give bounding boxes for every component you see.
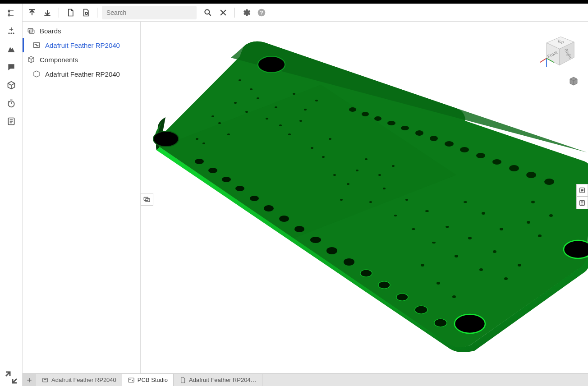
feature-tree-icon[interactable] <box>3 6 19 20</box>
checklist-icon[interactable] <box>3 115 19 128</box>
svg-point-48 <box>387 121 395 125</box>
pcb-studio-icon <box>128 377 135 384</box>
svg-point-86 <box>468 237 472 239</box>
sketch-icon[interactable] <box>3 42 19 56</box>
svg-point-107 <box>500 228 503 230</box>
tree-label: Adafruit Feather RP2040 <box>45 70 120 78</box>
3d-viewport[interactable]: Front Right Top <box>141 22 588 373</box>
close-icon[interactable] <box>216 6 230 19</box>
svg-point-77 <box>369 201 372 203</box>
svg-point-46 <box>362 112 369 116</box>
tree-section-boards[interactable]: Boards <box>23 23 140 38</box>
view-cube[interactable]: Front Right Top <box>538 31 579 71</box>
svg-point-34 <box>344 258 354 266</box>
svg-point-124 <box>132 380 133 381</box>
svg-point-71 <box>322 156 325 158</box>
svg-point-96 <box>250 88 253 90</box>
svg-point-54 <box>476 153 485 158</box>
svg-point-83 <box>432 242 436 244</box>
right-panel-button-1[interactable] <box>576 184 588 197</box>
svg-point-105 <box>464 201 467 203</box>
svg-point-64 <box>257 97 259 99</box>
svg-point-98 <box>275 106 277 108</box>
svg-point-63 <box>245 111 248 113</box>
svg-point-65 <box>196 138 198 140</box>
svg-point-74 <box>347 183 349 185</box>
svg-point-103 <box>378 174 381 176</box>
svg-point-102 <box>365 158 368 160</box>
svg-point-92 <box>538 234 542 237</box>
help-icon[interactable]: ? <box>255 6 268 19</box>
package-icon[interactable] <box>3 78 19 92</box>
svg-point-78 <box>383 188 386 189</box>
add-feature-icon[interactable] <box>3 24 19 38</box>
svg-point-0 <box>8 10 9 11</box>
svg-point-7 <box>85 12 87 14</box>
svg-point-55 <box>492 159 501 165</box>
svg-point-53 <box>460 147 469 152</box>
svg-point-106 <box>482 212 485 215</box>
svg-point-45 <box>349 107 356 112</box>
upload-icon[interactable] <box>25 6 39 19</box>
tree-section-components[interactable]: Components <box>23 52 140 67</box>
tree-label: Boards <box>40 27 61 35</box>
svg-point-109 <box>436 282 440 285</box>
svg-point-61 <box>234 102 237 104</box>
svg-line-112 <box>540 58 547 62</box>
document-settings-icon[interactable] <box>79 6 92 19</box>
svg-point-59 <box>211 115 214 117</box>
svg-point-58 <box>544 179 554 185</box>
tab-item-active[interactable]: PCB Studio <box>122 373 174 386</box>
svg-point-82 <box>425 210 429 212</box>
gear-icon[interactable] <box>239 6 253 19</box>
svg-point-51 <box>430 136 438 141</box>
bottom-tab-bar: Adafruit Feather RP2040 PCB Studio Adafr… <box>23 373 588 386</box>
svg-point-99 <box>293 93 295 95</box>
svg-point-26 <box>222 177 231 182</box>
svg-point-24 <box>195 159 204 164</box>
download-icon[interactable] <box>41 6 54 19</box>
svg-point-80 <box>405 199 408 201</box>
view-cube-small-icon[interactable] <box>568 76 579 87</box>
tree-item-board[interactable]: Adafruit Feather RP2040 <box>23 38 140 52</box>
svg-point-97 <box>266 118 268 119</box>
svg-point-101 <box>315 100 318 101</box>
component-icon <box>32 70 41 78</box>
svg-point-87 <box>479 268 483 271</box>
tab-label: PCB Studio <box>138 377 168 383</box>
panel-toggle-button[interactable] <box>141 193 153 206</box>
svg-point-91 <box>527 221 530 224</box>
tab-item[interactable]: Adafruit Feather RP204… <box>174 374 262 386</box>
search-box <box>102 6 197 19</box>
document-icon[interactable] <box>64 6 77 19</box>
boards-icon <box>27 27 35 35</box>
collapse-icon[interactable] <box>3 371 19 384</box>
search-icon[interactable] <box>201 6 215 19</box>
search-input[interactable] <box>106 9 192 16</box>
add-tab-button[interactable] <box>23 374 36 386</box>
title-bar <box>0 0 588 4</box>
components-icon <box>27 55 35 64</box>
svg-point-110 <box>452 295 456 298</box>
svg-point-75 <box>340 199 343 201</box>
pcb-board-icon <box>32 41 41 49</box>
timer-icon[interactable] <box>3 96 19 110</box>
tab-item[interactable]: Adafruit Feather RP2040 <box>36 374 122 386</box>
svg-point-27 <box>235 186 244 191</box>
toolbar-divider <box>234 8 235 18</box>
svg-point-84 <box>446 226 449 228</box>
svg-point-108 <box>421 264 424 267</box>
right-panel-button-2[interactable] <box>576 197 588 209</box>
svg-point-30 <box>279 216 289 222</box>
svg-point-56 <box>509 165 519 171</box>
svg-point-28 <box>250 196 259 201</box>
tree-item-component[interactable]: Adafruit Feather RP2040 <box>23 67 140 81</box>
svg-point-29 <box>264 205 274 211</box>
svg-point-69 <box>299 120 302 122</box>
comment-icon[interactable] <box>3 60 19 74</box>
svg-point-32 <box>310 237 321 243</box>
toolbar-divider <box>59 8 59 18</box>
tab-label: Adafruit Feather RP204… <box>189 377 257 383</box>
svg-point-50 <box>415 130 423 136</box>
svg-point-89 <box>504 277 508 280</box>
